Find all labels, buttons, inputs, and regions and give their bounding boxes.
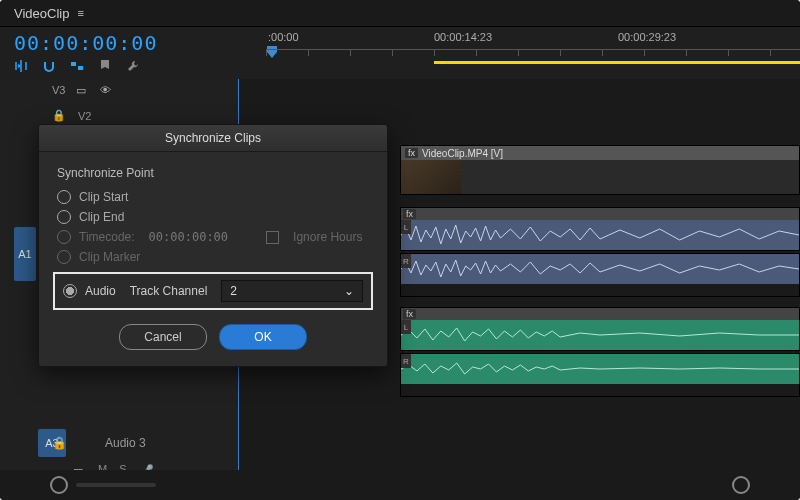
eye-icon[interactable]: 👁 bbox=[97, 83, 113, 97]
track-name: Audio 3 bbox=[105, 436, 146, 450]
panel-tab-bar: VideoClip ≡ bbox=[0, 0, 800, 27]
audio-clip-2-l[interactable]: fx L bbox=[400, 307, 800, 351]
time-ruler[interactable]: :00:00 00:00:14:23 00:00:29:23 00:00 bbox=[266, 27, 800, 79]
clip-name: VideoClip.MP4 [V] bbox=[422, 148, 503, 159]
ok-button[interactable]: OK bbox=[219, 324, 307, 350]
svg-rect-1 bbox=[78, 66, 83, 70]
zoom-handle-right[interactable] bbox=[732, 476, 750, 494]
source-patch-a1[interactable]: A1 bbox=[14, 227, 36, 281]
radio-label: Audio bbox=[85, 284, 116, 298]
radio-icon bbox=[57, 190, 71, 204]
track-channel-select[interactable]: 2 ⌄ bbox=[221, 280, 363, 302]
radio-timecode: Timecode: 00:00:00:00 Ignore Hours bbox=[57, 230, 369, 244]
radio-label: Clip End bbox=[79, 210, 124, 224]
track-header-v3[interactable]: V3 ▭ 👁 bbox=[0, 83, 238, 97]
channel-label-r: R bbox=[401, 354, 411, 368]
track-header-a3[interactable]: 🔒 Audio 3 bbox=[0, 429, 238, 457]
timeline-footer bbox=[0, 470, 800, 500]
section-label: Synchronize Point bbox=[57, 166, 369, 180]
clip-header: fx VideoClip.MP4 [V] bbox=[401, 146, 799, 160]
checkbox-ignore-hours bbox=[266, 231, 279, 244]
zoom-scrollbar[interactable] bbox=[76, 483, 156, 487]
dialog-buttons: Cancel OK bbox=[57, 324, 369, 350]
zoom-handle-left[interactable] bbox=[50, 476, 68, 494]
app-frame: VideoClip ≡ 00:00:00:00 :00:00 00:00:14:… bbox=[0, 0, 800, 500]
radio-icon bbox=[63, 284, 77, 298]
linked-selection-icon[interactable] bbox=[70, 59, 84, 73]
clip-thumbnail bbox=[401, 160, 461, 194]
radio-label: Clip Marker bbox=[79, 250, 140, 264]
cancel-button[interactable]: Cancel bbox=[119, 324, 207, 350]
fx-badge[interactable]: fx bbox=[405, 148, 418, 158]
radio-icon bbox=[57, 250, 71, 264]
dialog-title: Synchronize Clips bbox=[39, 125, 387, 152]
fx-badge[interactable]: fx bbox=[403, 309, 416, 319]
channel-label-l: L bbox=[401, 220, 411, 234]
radio-clip-end[interactable]: Clip End bbox=[57, 210, 369, 224]
audio-clip-1-l[interactable]: fx L bbox=[400, 207, 800, 251]
ruler-ticks bbox=[266, 49, 800, 60]
dialog-body: Synchronize Point Clip Start Clip End Ti… bbox=[39, 152, 387, 366]
magnet-icon[interactable] bbox=[42, 59, 56, 73]
snap-icon[interactable] bbox=[14, 59, 28, 73]
ruler-label: :00:00 bbox=[268, 31, 299, 43]
radio-icon bbox=[57, 230, 71, 244]
timeline-tools bbox=[14, 59, 252, 73]
lock-icon[interactable]: 🔒 bbox=[52, 436, 67, 450]
synchronize-clips-dialog: Synchronize Clips Synchronize Point Clip… bbox=[38, 124, 388, 367]
audio-clip-2-r[interactable]: R bbox=[400, 353, 800, 397]
radio-label: Clip Start bbox=[79, 190, 128, 204]
ruler-label: 00:00:29:23 bbox=[618, 31, 676, 43]
track-label: V3 bbox=[52, 84, 65, 96]
wrench-icon[interactable] bbox=[126, 59, 140, 73]
video-clip[interactable]: fx VideoClip.MP4 [V] bbox=[400, 145, 800, 195]
track-channel-label: Track Channel bbox=[130, 284, 208, 298]
radio-clip-marker: Clip Marker bbox=[57, 250, 369, 264]
sequence-title[interactable]: VideoClip bbox=[14, 6, 69, 21]
checkbox-label: Ignore Hours bbox=[293, 230, 362, 244]
svg-rect-0 bbox=[71, 62, 76, 66]
track-label: V2 bbox=[78, 110, 91, 122]
track-header-v2[interactable]: 🔒 V2 bbox=[0, 109, 238, 122]
marker-icon[interactable] bbox=[98, 59, 112, 73]
audio-clip-1-r[interactable]: R bbox=[400, 253, 800, 297]
timeline-header: 00:00:00:00 :00:00 00:00:14:23 00:00:29:… bbox=[0, 27, 800, 79]
select-value: 2 bbox=[230, 284, 237, 298]
timeline-header-left: 00:00:00:00 bbox=[0, 27, 266, 79]
timecode-value: 00:00:00:00 bbox=[149, 230, 228, 244]
toggle-output-icon[interactable]: ▭ bbox=[73, 83, 89, 97]
radio-audio-row: Audio Track Channel 2 ⌄ bbox=[53, 272, 373, 310]
panel-menu-icon[interactable]: ≡ bbox=[77, 7, 83, 19]
fx-badge[interactable]: fx bbox=[403, 209, 416, 219]
chevron-down-icon: ⌄ bbox=[344, 284, 354, 298]
playhead-timecode[interactable]: 00:00:00:00 bbox=[14, 31, 252, 55]
radio-label: Timecode: bbox=[79, 230, 135, 244]
radio-clip-start[interactable]: Clip Start bbox=[57, 190, 369, 204]
radio-icon bbox=[57, 210, 71, 224]
channel-label-l: L bbox=[401, 320, 411, 334]
ruler-label: 00:00:14:23 bbox=[434, 31, 492, 43]
work-area-bar[interactable] bbox=[434, 61, 800, 64]
lock-icon[interactable]: 🔒 bbox=[52, 109, 66, 122]
channel-label-r: R bbox=[401, 254, 411, 268]
radio-audio[interactable]: Audio bbox=[63, 284, 116, 298]
